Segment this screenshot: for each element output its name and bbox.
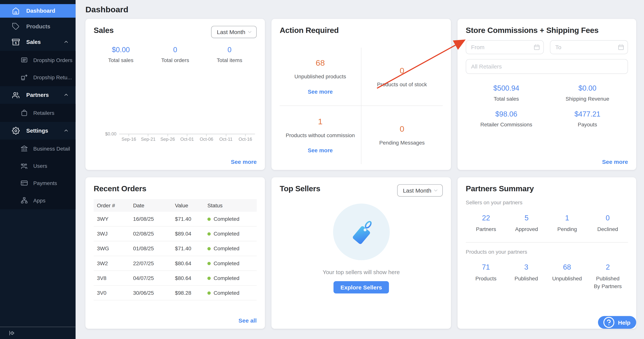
partners-people-icon: [12, 91, 20, 99]
sidebar-item-label: Settings: [26, 128, 48, 134]
stat-label: Pending: [547, 226, 588, 233]
sidebar-item-payments[interactable]: Payments: [0, 174, 76, 192]
stat-value: $500.94: [466, 84, 547, 93]
stat-label: Payouts: [547, 121, 628, 128]
table-row[interactable]: 3V0 30/06/25 $98.28 Completed: [94, 286, 257, 301]
stat-value: 0: [400, 124, 404, 134]
stat-value: $0.00: [547, 84, 628, 93]
sidebar-item-sales[interactable]: $ Sales: [0, 35, 76, 49]
explore-sellers-button[interactable]: Explore Sellers: [334, 281, 389, 294]
settings-submenu: Business Detail Users Payments: [0, 140, 76, 209]
sidebar-item-dropship-returns[interactable]: Dropship Retu...: [0, 68, 76, 86]
sales-box-icon: $: [12, 38, 20, 46]
order-date: 01/08/25: [130, 245, 172, 252]
action-required-title: Action Required: [280, 26, 442, 35]
stat-value: 22: [466, 214, 506, 223]
unpublished-see-more-link[interactable]: See more: [308, 89, 333, 95]
help-button[interactable]: Help: [598, 316, 636, 329]
sidebar-item-products[interactable]: Products: [0, 20, 76, 33]
sidebar-item-retailers[interactable]: Retailers: [0, 104, 76, 121]
top-sellers-card: Top Sellers Last Month: [272, 177, 451, 329]
stat-value: 0: [400, 66, 404, 75]
stat-pending: 1 Pending: [547, 214, 588, 233]
credit-card-icon: [20, 179, 28, 187]
chevron-up-icon[interactable]: [63, 92, 69, 98]
order-number: 3W2: [94, 260, 130, 267]
svg-text:$: $: [15, 41, 17, 44]
without-commission-see-more-link[interactable]: See more: [308, 147, 333, 153]
store-commissions-see-more-link[interactable]: See more: [602, 158, 628, 165]
recent-orders-see-all-link[interactable]: See all: [238, 317, 257, 324]
stat-label: Total items: [202, 57, 257, 63]
stat-payouts: $477.21 Payouts: [547, 110, 628, 127]
sidebar-item-users[interactable]: Users: [0, 157, 76, 174]
store-commissions-title: Store Commissions + Shipping Fees: [466, 26, 628, 35]
partners-summary-title: Partners Summary: [466, 184, 628, 193]
chevron-up-icon[interactable]: [63, 128, 69, 133]
sidebar-nav: Dashboard Products $ Sales: [0, 0, 76, 209]
sidebar-item-dropship-orders[interactable]: Dropship Orders: [0, 51, 76, 68]
empty-state-circle: [333, 204, 390, 260]
order-status: Completed: [204, 231, 257, 237]
stat-label: Total sales: [466, 96, 547, 102]
stat-value: 68: [316, 58, 325, 68]
store-commissions-card: Store Commissions + Shipping Fees: [458, 19, 636, 170]
stat-total-sales: $0.00 Total sales: [94, 45, 148, 63]
products-section-label: Products on your partners: [466, 249, 628, 255]
status-dot-icon: [208, 232, 211, 236]
table-row[interactable]: 3W2 22/07/25 $80.64 Completed: [94, 256, 257, 271]
sales-submenu: Dropship Orders Dropship Retu...: [0, 51, 76, 86]
retailer-filter-input[interactable]: [466, 59, 628, 74]
order-value: $80.64: [172, 260, 204, 267]
table-row[interactable]: 3V8 04/07/25 $80.64 Completed: [94, 271, 257, 286]
stat-published-by-partners: 2 Published By Partners: [588, 263, 628, 290]
stat-label: Total orders: [148, 57, 202, 63]
table-row[interactable]: 3WJ 02/08/25 $89.04 Completed: [94, 227, 257, 241]
order-date: 02/08/25: [130, 231, 172, 237]
empty-state-text: Your top sellers will show here: [322, 269, 400, 276]
from-date-input[interactable]: [466, 40, 544, 54]
sidebar-item-label: Dropship Retu...: [33, 74, 72, 80]
stat-label: Shipping Revenue: [547, 96, 628, 102]
order-status: Completed: [204, 275, 257, 281]
top-sellers-period-select[interactable]: Last Month: [397, 184, 443, 197]
sidebar-item-label: Partners: [26, 92, 49, 98]
sidebar-item-partners[interactable]: Partners: [0, 88, 76, 102]
sidebar-item-apps[interactable]: Apps: [0, 192, 76, 209]
recent-orders-table: Order # Date Value Status 3WY 16/08/25 $…: [94, 199, 257, 301]
shopping-bag-icon: [20, 109, 28, 116]
chevron-up-icon[interactable]: [63, 39, 69, 45]
stat-approved: 5 Approved: [506, 214, 547, 233]
sales-see-more-link[interactable]: See more: [231, 158, 257, 165]
users-icon: [20, 162, 28, 169]
table-row[interactable]: 3WG 01/08/25 $71.40 Completed: [94, 241, 257, 256]
table-row[interactable]: 3WY 16/08/25 $71.40 Completed: [94, 212, 257, 227]
stat-partners: 22 Partners: [466, 214, 506, 233]
order-value: $98.28: [172, 290, 204, 296]
status-text: Completed: [214, 275, 239, 281]
order-status: Completed: [204, 290, 257, 296]
to-date-input[interactable]: [550, 40, 628, 54]
sales-period-select[interactable]: Last Month: [211, 26, 257, 38]
collapse-sidebar-icon[interactable]: [8, 330, 15, 337]
stat-unpublished: 68 Unpublished: [546, 263, 588, 290]
app-window: Dashboard Products $ Sales: [0, 0, 644, 339]
stat-label: Products without commission: [286, 132, 355, 138]
sidebar-item-settings[interactable]: Settings: [0, 124, 76, 138]
bank-icon: [20, 145, 28, 152]
gear-icon: [12, 127, 20, 134]
stat-value: 2: [588, 263, 628, 272]
without-commission-cell: 1 Products without commission See more: [280, 106, 361, 164]
sidebar-item-label: Business Detail: [33, 145, 70, 152]
order-date: 22/07/25: [130, 260, 172, 267]
stat-label: Retailer Commissions: [466, 121, 547, 128]
order-number: 3WJ: [94, 231, 130, 237]
stat-label: Declined: [588, 226, 628, 233]
status-text: Completed: [214, 260, 239, 267]
sidebar-item-business-detail[interactable]: Business Detail: [0, 140, 76, 157]
stat-value: 68: [546, 263, 588, 272]
sidebar-item-dashboard[interactable]: Dashboard: [0, 4, 76, 18]
status-dot-icon: [208, 247, 211, 250]
stat-value: 1: [318, 117, 322, 126]
order-date: 04/07/25: [130, 275, 172, 281]
